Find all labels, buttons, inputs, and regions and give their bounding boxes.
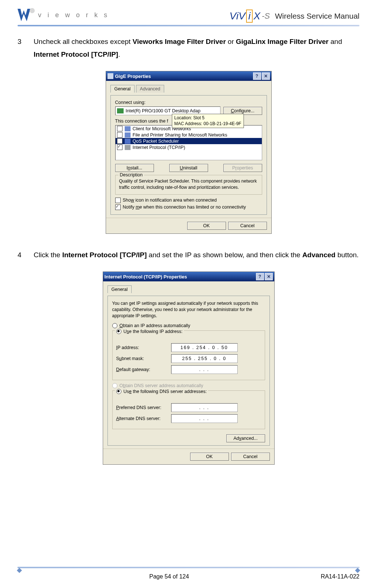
ok-button[interactable]: OK xyxy=(187,222,226,230)
static-ip-fieldset: Use the following IP address: IP address… xyxy=(112,330,265,380)
ok-button[interactable]: OK xyxy=(190,453,229,461)
intro-text: You can get IP settings assigned automat… xyxy=(112,300,265,319)
component-icon xyxy=(125,145,131,150)
subnet-mask-field[interactable]: 255 . 255 . 0 . 0 xyxy=(171,354,238,363)
dialog2-tabs: General xyxy=(108,285,270,293)
alternate-dns-field[interactable]: . . . xyxy=(171,414,238,423)
radio-icon xyxy=(112,383,117,388)
vieworks-w-icon xyxy=(18,7,36,23)
checkbox[interactable] xyxy=(117,132,122,138)
notify-row[interactable]: Notify me when this connection has limit… xyxy=(115,205,262,210)
tab-general[interactable]: General xyxy=(108,285,132,293)
step-3-text: Uncheck all checkboxes except Vieworks I… xyxy=(34,35,359,61)
footer-divider xyxy=(18,567,359,568)
checkbox[interactable] xyxy=(117,126,122,131)
advanced-button[interactable]: Advanced... xyxy=(226,434,265,442)
list-item-tcpip[interactable]: Internet Protocol (TCP/IP) xyxy=(116,144,262,150)
dialog1-title: GigE Properties xyxy=(115,74,151,79)
radio-icon[interactable] xyxy=(116,329,121,334)
uninstall-button[interactable]: Uninstall xyxy=(169,164,208,172)
ip-address-field[interactable]: 169 . 254 . 0 . 50 xyxy=(171,343,238,352)
header-right: ViViX-S Wireless Service Manual xyxy=(229,10,359,23)
show-icon-row[interactable]: Show icon in notification area when conn… xyxy=(115,198,262,203)
tcpip-properties-dialog: Internet Protocol (TCP/IP) Properties ? … xyxy=(103,271,275,465)
alternate-dns-row: Alternate DNS server: . . . xyxy=(116,414,261,423)
page-footer: Page 54 of 124 RA14-11A-022 xyxy=(18,573,359,580)
dialog2-titlebar[interactable]: Internet Protocol (TCP/IP) Properties ? … xyxy=(103,272,274,281)
help-button[interactable]: ? xyxy=(253,72,261,80)
connect-using-label: Connect using: xyxy=(115,100,262,105)
page-number: Page 54 of 124 xyxy=(149,573,189,580)
svg-marker-0 xyxy=(18,9,30,21)
close-button[interactable]: ✕ xyxy=(265,273,273,280)
use-ip-radio[interactable]: Use the following IP address: xyxy=(115,329,184,334)
step-4-text: Click the Internet Protocol [TCP/IP] and… xyxy=(34,248,359,261)
obtain-dns-radio: Obtain DNS server address automatically xyxy=(112,383,265,388)
component-icon xyxy=(125,139,131,144)
component-icon xyxy=(125,132,131,138)
checkbox[interactable] xyxy=(115,198,121,203)
network-icon xyxy=(108,73,113,79)
list-item-qos[interactable]: QoS Packet Scheduler xyxy=(116,138,262,144)
preferred-dns-field[interactable]: . . . xyxy=(171,403,238,412)
close-button[interactable]: ✕ xyxy=(262,72,270,80)
properties-button[interactable]: Properties xyxy=(223,164,262,172)
radio-icon[interactable] xyxy=(116,389,121,394)
description-legend: Description xyxy=(118,172,144,177)
tab-general[interactable]: General xyxy=(110,85,135,93)
dialog2-title: Internet Protocol (TCP/IP) Properties xyxy=(105,274,187,280)
step-3-number: 3 xyxy=(18,35,34,61)
ip-address-row: IP address: 169 . 254 . 0 . 50 xyxy=(116,343,261,352)
gige-properties-dialog: GigE Properties ? ✕ General Advanced Con… xyxy=(106,71,272,234)
list-item-fileshare[interactable]: File and Printer Sharing for Microsoft N… xyxy=(116,132,262,138)
page-header: v i e w o r k s ViViX-S Wireless Service… xyxy=(18,7,359,23)
tab-advanced[interactable]: Advanced xyxy=(136,85,165,93)
dialog1-titlebar[interactable]: GigE Properties ? ✕ xyxy=(106,71,271,81)
static-dns-fieldset: Use the following DNS server addresses: … xyxy=(112,390,265,429)
cancel-button[interactable]: Cancel xyxy=(231,453,270,461)
dialog1-tabs: General Advanced xyxy=(110,85,267,92)
vieworks-logo-text: v i e w o r k s xyxy=(38,11,109,19)
doc-number: RA14-11A-022 xyxy=(321,573,359,580)
gateway-field[interactable]: . . . xyxy=(171,365,238,374)
step-3: 3 Uncheck all checkboxes except Vieworks… xyxy=(18,35,359,61)
install-button[interactable]: Install... xyxy=(115,164,154,172)
vieworks-logo: v i e w o r k s xyxy=(18,7,109,23)
description-fieldset: Description Quality of Service Packet Sc… xyxy=(115,175,262,195)
step-4: 4 Click the Internet Protocol [TCP/IP] a… xyxy=(18,248,359,261)
header-divider xyxy=(18,25,359,26)
radio-icon[interactable] xyxy=(112,323,117,328)
step-4-number: 4 xyxy=(18,248,34,261)
checkbox[interactable] xyxy=(115,205,121,210)
checkbox[interactable] xyxy=(117,145,122,150)
doc-title: Wireless Service Manual xyxy=(275,12,359,20)
component-icon xyxy=(125,126,131,131)
help-button[interactable]: ? xyxy=(256,273,264,280)
use-dns-radio[interactable]: Use the following DNS server addresses: xyxy=(115,389,208,394)
cancel-button[interactable]: Cancel xyxy=(228,222,267,230)
vivix-logo: ViViX-S xyxy=(229,10,270,23)
checkbox[interactable] xyxy=(117,138,122,144)
adapter-icon xyxy=(117,108,124,113)
preferred-dns-row: Preferred DNS server: . . . xyxy=(116,403,261,412)
obtain-ip-radio[interactable]: Obtain an IP address automatically xyxy=(112,323,265,328)
adapter-tooltip: Location: Slot 5 MAC Address: 00-1B-21-1… xyxy=(172,114,244,128)
description-text: Quality of Service Packet Scheduler. Thi… xyxy=(119,178,258,191)
gateway-row: Default gateway: . . . xyxy=(116,365,261,374)
subnet-row: Subnet mask: 255 . 255 . 0 . 0 xyxy=(116,354,261,363)
svg-point-1 xyxy=(30,8,35,13)
components-listbox[interactable]: Client for Microsoft Networks File and P… xyxy=(115,125,262,160)
uses-label: This connection uses the f xyxy=(115,119,168,124)
